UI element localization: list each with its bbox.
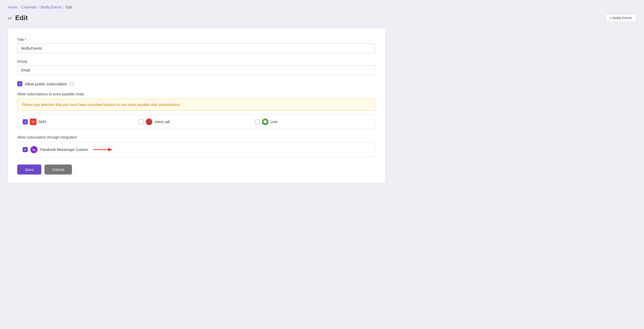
breadcrumb-sep-3: / [63, 5, 64, 9]
red-arrow-svg [93, 146, 114, 153]
fb-messenger-icon-inner: m [32, 148, 35, 152]
allow-public-checkbox[interactable]: ✓ [17, 81, 22, 86]
group-input[interactable] [17, 65, 376, 75]
group-label: Group [17, 59, 376, 63]
payable-options-row: ✓ ✉ SMS 📞 Voice call 💬 Line [17, 115, 376, 129]
page-header: ⇌ Edit « Notify.Events [8, 14, 636, 22]
fb-messenger-icon: m [30, 146, 38, 153]
title-group: Title * [17, 38, 376, 53]
breadcrumb-home[interactable]: Home [8, 5, 17, 9]
group-group: Group [17, 59, 376, 75]
breadcrumb-notify-events[interactable]: Notify.Events [41, 5, 61, 9]
voice-icon: 📞 [146, 118, 152, 125]
integration-group: Allow subscription through integration ✓… [17, 135, 376, 157]
line-option: 💬 Line [255, 118, 371, 125]
page-title-area: ⇌ Edit [8, 14, 28, 22]
payable-chats-label: Allow subscriptions to extra payable cha… [17, 92, 376, 96]
sms-checkbox[interactable]: ✓ [23, 119, 28, 124]
sms-option: ✓ ✉ SMS [23, 118, 139, 125]
line-icon: 💬 [262, 118, 269, 125]
back-button[interactable]: « Notify.Events [605, 14, 636, 22]
voice-option: 📞 Voice call [139, 118, 254, 125]
voice-checkbox[interactable] [139, 119, 144, 124]
sms-checkmark: ✓ [24, 120, 27, 124]
svg-marker-1 [108, 148, 113, 151]
arrow-indicator [93, 146, 114, 153]
integration-label: Allow subscription through integration [17, 135, 376, 139]
checkmark-icon: ✓ [19, 82, 21, 86]
sms-label: SMS [39, 120, 46, 124]
integration-row: ✓ m Facebook Messenger Custom [17, 142, 376, 157]
breadcrumb-sep-2: / [38, 5, 39, 9]
form-card: Title * Group ✓ Allow public subscriptio… [8, 28, 385, 183]
line-label: Line [271, 120, 277, 124]
button-row: Save Cancel [17, 164, 376, 175]
title-input[interactable] [17, 43, 376, 53]
breadcrumb-current: Edit [66, 5, 72, 9]
edit-icon: ⇌ [8, 15, 12, 21]
line-checkbox[interactable] [255, 119, 260, 124]
page-title: Edit [15, 14, 28, 22]
fb-messenger-label: Facebook Messenger Custom [40, 148, 88, 152]
breadcrumb: Home / Channels / Notify.Events / Edit [8, 5, 636, 9]
sms-icon: ✉ [30, 118, 36, 125]
allow-public-label: Allow public subscription [25, 82, 67, 86]
warning-text: Please pay attention that you must have … [22, 103, 180, 107]
payable-chats-group: Allow subscriptions to extra payable cha… [17, 92, 376, 129]
allow-public-row: ✓ Allow public subscription ? [17, 81, 376, 86]
warning-box: Please pay attention that you must have … [17, 99, 376, 111]
breadcrumb-channels[interactable]: Channels [21, 5, 36, 9]
save-button[interactable]: Save [17, 164, 41, 175]
fb-messenger-checkbox[interactable]: ✓ [23, 147, 28, 152]
voice-label: Voice call [154, 120, 170, 124]
fb-messenger-checkmark: ✓ [24, 148, 27, 152]
title-label: Title * [17, 38, 376, 42]
breadcrumb-sep-1: / [19, 5, 20, 9]
help-icon[interactable]: ? [69, 81, 74, 86]
cancel-button[interactable]: Cancel [44, 164, 72, 175]
